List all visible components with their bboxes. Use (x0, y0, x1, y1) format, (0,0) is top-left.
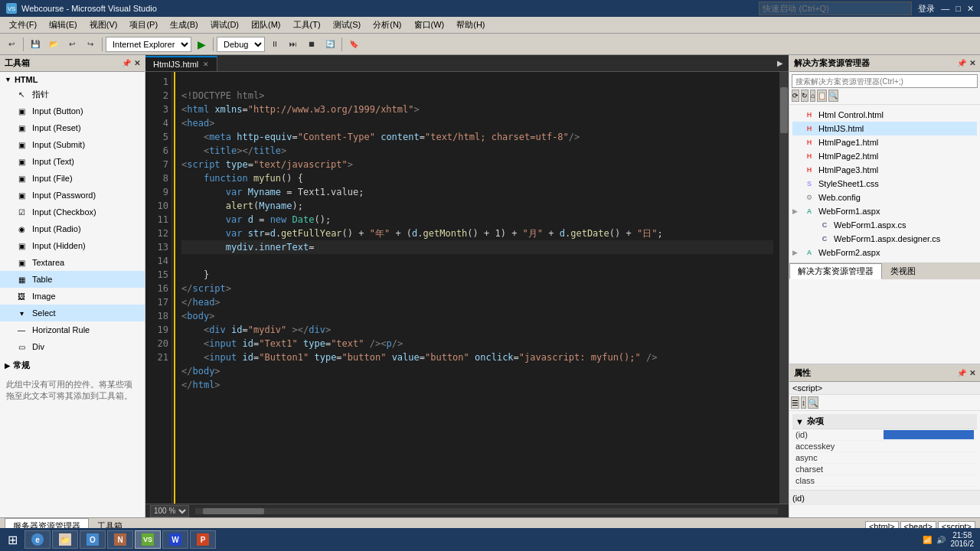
toolbox-item-table[interactable]: ▦ Table (0, 271, 145, 288)
menu-project[interactable]: 项目(P) (123, 18, 164, 32)
toolbox-close-icon[interactable]: ✕ (134, 59, 140, 67)
prop-value-id[interactable] (884, 430, 975, 439)
prop-item-async[interactable]: async (792, 452, 977, 464)
tb-run-btn[interactable]: ▶ (193, 36, 210, 53)
taskbar-item-folder[interactable]: 📁 (52, 530, 78, 549)
class-view-tab[interactable]: 类视图 (882, 263, 924, 279)
prop-item-class[interactable]: class (792, 475, 977, 487)
toolbox-item-div[interactable]: ▭ Div (0, 338, 145, 355)
tb-undo-btn[interactable]: ↩ (64, 36, 80, 53)
taskbar-item-onenote[interactable]: N (107, 530, 133, 549)
menu-help[interactable]: 帮助(H) (450, 18, 491, 32)
toolbox-item-input-password[interactable]: ▣ Input (Password) (0, 187, 145, 204)
minimize-btn[interactable]: — (941, 4, 949, 13)
solution-tab[interactable]: 解决方案资源管理器 (789, 263, 882, 279)
menu-build[interactable]: 生成(B) (164, 18, 204, 32)
toolbox-category-html[interactable]: ▼ HTML (0, 73, 145, 86)
code-editor[interactable]: <!DOCTYPE html> <html xmlns="http://www.… (175, 72, 779, 504)
prop-category-misc[interactable]: ▼ 杂项 (792, 414, 977, 429)
tb-bookmark-btn[interactable]: 🔖 (345, 36, 362, 53)
quick-search-input[interactable] (759, 2, 912, 15)
tab-close-btn[interactable]: ✕ (203, 60, 209, 68)
tree-item-htmlcontrol[interactable]: H Html Control.html (792, 108, 977, 122)
props-sort-category-btn[interactable]: ☰ (791, 396, 799, 409)
taskbar-item-word[interactable]: W (162, 530, 188, 549)
refresh-btn[interactable]: ↻ (801, 90, 808, 102)
taskbar-item-ie[interactable]: e (24, 530, 51, 549)
tree-item-webform1designer[interactable]: C WebForm1.aspx.designer.cs (792, 232, 977, 246)
menu-view[interactable]: 视图(V) (83, 18, 124, 32)
menu-test[interactable]: 测试(S) (327, 18, 368, 32)
maximize-btn[interactable]: □ (956, 4, 961, 13)
tree-item-webform1cs[interactable]: C WebForm1.aspx.cs (792, 218, 977, 232)
editor-tab-htmljs[interactable]: HtmlJS.html ✕ (145, 56, 217, 71)
login-label[interactable]: 登录 (918, 3, 935, 15)
taskbar-item-vs[interactable]: VS (135, 530, 161, 549)
tb-redo-btn[interactable]: ↪ (82, 36, 99, 53)
menu-window[interactable]: 窗口(W) (408, 18, 451, 32)
toolbox-item-input-checkbox[interactable]: ☑ Input (Checkbox) (0, 204, 145, 220)
prop-item-charset[interactable]: charset (792, 464, 977, 475)
prop-item-accesskey[interactable]: accesskey (792, 441, 977, 452)
tb-save-btn[interactable]: 💾 (27, 36, 44, 53)
taskbar-item-outlook[interactable]: O (80, 530, 106, 549)
toolbox-item-image[interactable]: 🖼 Image (0, 288, 145, 305)
taskbar-item-ppt[interactable]: P (190, 530, 216, 549)
solution-pin-icon[interactable]: 📌 (957, 59, 966, 67)
start-button[interactable]: ⊞ (3, 530, 21, 549)
toolbox-item-input-button[interactable]: ▣ Input (Button) (0, 103, 145, 119)
browser-dropdown[interactable]: Internet Explorer (106, 37, 191, 52)
menu-team[interactable]: 团队(M) (245, 18, 287, 32)
tree-item-stylesheet[interactable]: S StyleSheet1.css (792, 177, 977, 191)
prop-item-id[interactable]: (id) (792, 429, 977, 441)
toolbox-item-input-reset[interactable]: ▣ Input (Reset) (0, 119, 145, 136)
menu-edit[interactable]: 编辑(E) (43, 18, 83, 32)
toolbox-category-common[interactable]: ▶ 常规 (0, 358, 145, 373)
tb-stop-btn[interactable]: ⏹ (303, 36, 320, 53)
tree-item-webform2[interactable]: ▶ A WebForm2.aspx (792, 246, 977, 259)
props-pin-icon[interactable]: 📌 (957, 369, 966, 377)
tb-play-btn[interactable]: ⏸ (266, 36, 283, 53)
props-search-btn[interactable]: 🔍 (808, 396, 818, 409)
menu-tools[interactable]: 工具(T) (287, 18, 327, 32)
solution-search-input[interactable] (792, 74, 978, 88)
toolbox-item-input-radio[interactable]: ◉ Input (Radio) (0, 220, 145, 237)
toolbox-item-hr[interactable]: — Horizontal Rule (0, 321, 145, 338)
tb-restart-btn[interactable]: 🔄 (322, 36, 338, 53)
filter-btn[interactable]: 🔍 (828, 90, 838, 102)
props-btn[interactable]: 📋 (817, 90, 827, 102)
props-sort-alpha-btn[interactable]: ↕ (801, 396, 806, 409)
tree-expand-arrow[interactable]: ▶ (792, 249, 802, 256)
menu-file[interactable]: 文件(F) (3, 18, 43, 32)
tree-item-htmljs[interactable]: H HtmlJS.html (792, 122, 977, 135)
tree-item-htmlpage1[interactable]: H HtmlPage1.html (792, 135, 977, 149)
tb-step-btn[interactable]: ⏭ (285, 36, 302, 53)
menu-debug[interactable]: 调试(D) (204, 18, 245, 32)
tree-expand-arrow[interactable]: ▶ (792, 207, 802, 215)
sync-btn[interactable]: ⟳ (792, 90, 799, 102)
tb-open-btn[interactable]: 📂 (45, 36, 62, 53)
editor-scroll-right[interactable]: ▶ (772, 55, 789, 71)
toolbox-item-pointer[interactable]: ↖ 指针 (0, 86, 145, 103)
tree-item-htmlpage3[interactable]: H HtmlPage3.html (792, 163, 977, 177)
toolbox-item-input-file[interactable]: ▣ Input (File) (0, 170, 145, 187)
toolbox-item-input-submit[interactable]: ▣ Input (Submit) (0, 136, 145, 153)
toolbox-item-input-text[interactable]: ▣ Input (Text) (0, 153, 145, 170)
toolbox-pin-icon[interactable]: 📌 (122, 59, 131, 67)
toolbox-item-select[interactable]: ▾ Select (0, 305, 145, 321)
toolbox-item-textarea[interactable]: ▣ Textarea (0, 254, 145, 271)
home-btn[interactable]: ⌂ (810, 90, 815, 102)
editor-scrollbar-v[interactable] (779, 72, 789, 504)
solution-close-icon[interactable]: ✕ (969, 59, 975, 67)
props-close-icon[interactable]: ✕ (969, 369, 975, 377)
debug-dropdown[interactable]: Debug (217, 37, 265, 52)
tb-back-btn[interactable]: ↩ (3, 36, 20, 53)
horizontal-scrollbar[interactable] (195, 508, 778, 514)
menu-analyze[interactable]: 分析(N) (367, 18, 407, 32)
toolbox-item-input-hidden[interactable]: ▣ Input (Hidden) (0, 237, 145, 254)
zoom-select[interactable]: 100 % (150, 505, 189, 517)
tree-item-webconfig[interactable]: ⚙ Web.config (792, 191, 977, 204)
tree-item-webform1[interactable]: ▶ A WebForm1.aspx (792, 204, 977, 218)
tree-item-htmlpage2[interactable]: H HtmlPage2.html (792, 149, 977, 163)
close-btn[interactable]: ✕ (967, 4, 974, 14)
